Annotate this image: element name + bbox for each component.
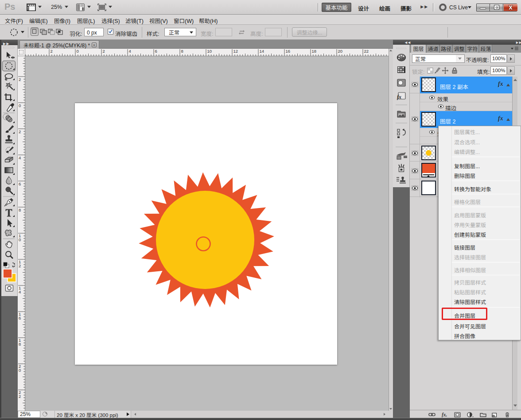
svg-text:18: 18 [312,49,317,54]
svg-text:8: 8 [19,342,21,347]
svg-text:8: 8 [181,49,183,54]
svg-text:0: 0 [19,237,21,242]
svg-text:2: 2 [19,77,21,82]
svg-text:2: 2 [19,263,21,268]
svg-text:2: 2 [51,49,53,54]
svg-text:6: 6 [19,316,21,320]
svg-text:0: 0 [19,103,21,108]
svg-text:10: 10 [207,49,212,54]
svg-text:4: 4 [19,289,21,294]
svg-text:4: 4 [19,155,21,160]
svg-text:20: 20 [338,49,343,54]
svg-text:16: 16 [286,49,291,54]
svg-text:2: 2 [19,129,21,134]
svg-text:fx.: fx. [442,412,447,417]
svg-text:2: 2 [103,49,105,54]
svg-text:22: 22 [364,49,369,54]
svg-text:2: 2 [19,394,21,399]
svg-text:6: 6 [155,49,157,54]
svg-text:0: 0 [77,49,79,54]
svg-text:4: 4 [129,49,131,54]
svg-text:6: 6 [19,181,21,186]
svg-text:14: 14 [260,49,264,54]
svg-text:fx: fx [397,94,401,100]
svg-text:0: 0 [19,368,21,373]
svg-text:8: 8 [19,208,21,212]
svg-text:12: 12 [233,49,238,54]
